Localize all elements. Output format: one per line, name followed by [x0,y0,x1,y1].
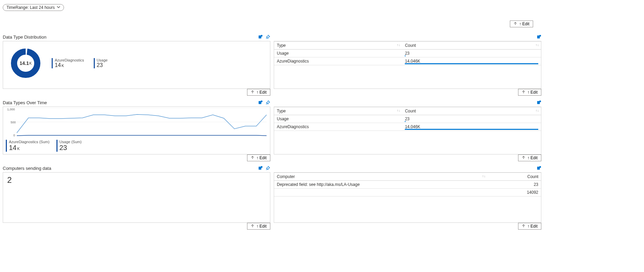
panel-data-type-distribution: Data Type Distribution 14.1K [3,33,270,96]
line-legend: AzureDiagnostics (Sum) 14K Usage (Sum) 2… [6,139,267,152]
logs-icon[interactable] [258,166,263,171]
edit-button[interactable]: ↑ Edit [518,89,541,96]
panel-over-time-table: Type↑↓ Count↑↓ Usage 23 AzureDiagnostics… [274,99,541,161]
sort-icon: ↑↓ [536,174,539,178]
donut-chart: 14.1K [10,47,41,79]
table-row: 14092 [274,189,541,196]
svg-point-1 [261,35,262,37]
edit-button[interactable]: ↑ Edit [518,223,541,230]
panel-computers-sending-data: Computers sending data 2 ↑ Edit [3,165,270,230]
donut-card: 14.1K AzureDiagnostics 14K Usage 23 [3,41,270,89]
donut-total: 14.1K [10,47,41,79]
sort-icon: ↑↓ [536,109,539,112]
svg-point-6 [261,100,262,102]
table-row: Usage 23 [274,115,541,123]
edit-button[interactable]: ↑ Edit [518,154,541,161]
table-row: AzureDiagnostics 14.046K [274,57,541,65]
edit-button-top[interactable]: ↑ Edit [510,21,533,27]
sort-icon: ↑↓ [536,43,539,47]
svg-text:0: 0 [13,134,15,137]
legend-item: AzureDiagnostics 14K [52,58,84,68]
pin-icon[interactable] [266,35,270,39]
svg-point-24 [261,166,262,168]
computers-table-card: Computer↑↓ Count↑↓ Deprecated field: see… [274,172,541,223]
panel-computers-table: Computer↑↓ Count↑↓ Deprecated field: see… [274,165,541,230]
logs-icon[interactable] [537,35,541,39]
sort-icon: ↑↓ [397,109,400,112]
computers-table: Computer↑↓ Count↑↓ Deprecated field: see… [274,173,541,196]
edit-up-icon [251,224,254,229]
edit-up-icon [522,90,525,95]
time-range-label: TimeRange: Last 24 hours [7,5,55,10]
svg-point-4 [539,35,541,37]
logs-icon[interactable] [537,100,541,105]
edit-up-icon [522,155,525,160]
over-time-table-card: Type↑↓ Count↑↓ Usage 23 AzureDiagnostics… [274,107,541,154]
time-range-filter[interactable]: TimeRange: Last 24 hours [3,4,64,11]
svg-text:1,000: 1,000 [7,108,15,111]
edit-button[interactable]: ↑ Edit [247,154,270,161]
col-count[interactable]: Count↑↓ [402,42,541,50]
panel-title: Data Type Distribution [3,35,47,40]
panel-title: Data Types Over Time [3,100,47,105]
computers-value: 2 [3,173,270,188]
col-type[interactable]: Type↑↓ [274,107,402,115]
computers-card: 2 [3,172,270,223]
donut-legend: AzureDiagnostics 14K Usage 23 [52,58,107,68]
edit-button[interactable]: ↑ Edit [247,89,270,96]
edit-button[interactable]: ↑ Edit [247,223,270,230]
over-time-table: Type↑↓ Count↑↓ Usage 23 AzureDiagnostics… [274,107,541,131]
panel-data-types-over-time: Data Types Over Time 1,000 500 0 12 [3,99,270,161]
sort-icon: ↑↓ [397,43,400,47]
col-type[interactable]: Type↑↓ [274,42,402,50]
line-chart: 1,000 500 0 12 PM 3 PM 6 PM 9 PM Oct 17 … [6,108,267,138]
edit-up-icon [514,22,517,26]
legend-item: AzureDiagnostics (Sum) 14K [6,140,50,152]
edit-up-icon [522,224,525,229]
svg-point-22 [539,100,541,102]
dist-table-card: Type↑↓ Count↑↓ Usage 23 AzureDiagnostics… [274,41,541,89]
col-count[interactable]: Count↑↓ [402,107,541,115]
legend-item: Usage 23 [94,58,108,68]
pin-icon[interactable] [266,100,270,105]
sort-icon: ↑↓ [482,174,486,178]
logs-icon[interactable] [258,35,263,39]
pin-icon[interactable] [266,166,270,171]
svg-text:500: 500 [11,121,16,124]
panel-title: Computers sending data [3,166,51,171]
dist-table: Type↑↓ Count↑↓ Usage 23 AzureDiagnostics… [274,41,541,65]
chevron-down-icon [57,5,60,10]
col-count[interactable]: Count↑↓ [488,173,541,181]
table-row: AzureDiagnostics 14.046K [274,123,541,131]
edit-up-icon [251,90,254,95]
logs-icon[interactable] [258,100,263,105]
line-chart-card: 1,000 500 0 12 PM 3 PM 6 PM 9 PM Oct 17 … [3,107,270,154]
panel-dist-table: Type↑↓ Count↑↓ Usage 23 AzureDiagnostics… [274,33,541,96]
logs-icon[interactable] [537,166,541,171]
legend-item: Usage (Sum) 23 [56,140,82,152]
table-row: Deprecated field: see http://aka.ms/LA-U… [274,181,541,189]
col-computer[interactable]: Computer↑↓ [274,173,488,181]
edit-label: ↑ Edit [519,22,529,26]
svg-point-26 [539,166,541,168]
edit-up-icon [251,155,254,160]
table-row: Usage 23 [274,50,541,57]
